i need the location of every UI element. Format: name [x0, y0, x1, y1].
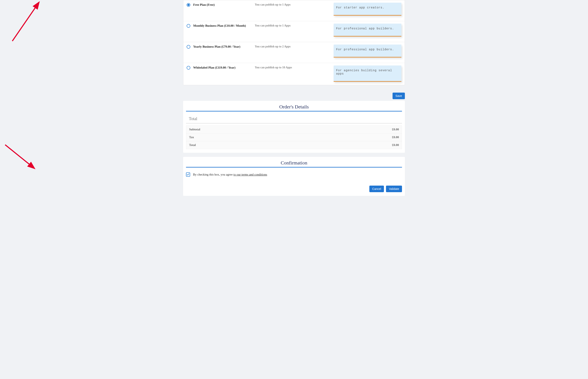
plan-radio[interactable] — [187, 66, 190, 70]
order-row-label: Tax — [189, 136, 194, 139]
order-table: Subtotal£0.00Tax£0.00Total£0.00 — [186, 126, 402, 149]
order-row: Total£0.00 — [186, 141, 402, 149]
confirm-text: By checking this box, you agree to our t… — [193, 173, 267, 176]
order-row: Tax£0.00 — [186, 133, 402, 141]
confirm-prefix: By checking this box, you agree — [193, 173, 233, 176]
plan-description: You can publish up to 1 Apps — [255, 24, 334, 27]
confirm-row: By checking this box, you agree to our t… — [183, 171, 405, 178]
validate-button[interactable]: Validate — [386, 186, 402, 192]
plan-radio[interactable] — [187, 45, 190, 49]
svg-line-0 — [12, 3, 39, 41]
order-row-value: £0.00 — [392, 143, 399, 147]
save-row: Save — [183, 89, 405, 101]
plan-note: For professional app builders. — [334, 45, 401, 58]
confirmation-title: Confirmation — [186, 159, 402, 168]
plan-note: For starter app creators. — [334, 3, 401, 16]
order-details-title: Order's Details — [186, 103, 402, 111]
plan-name: Free Plan (Free) — [193, 3, 255, 7]
order-details-section: Order's Details Total Subtotal£0.00Tax£0… — [183, 101, 405, 153]
plan-description: You can publish up to 10 Apps — [255, 66, 334, 69]
plan-radio[interactable] — [187, 24, 190, 28]
plan-note: For agencies building several apps — [334, 65, 401, 82]
check-icon — [187, 173, 189, 176]
total-heading: Total — [186, 115, 402, 123]
plan-radio[interactable] — [187, 3, 190, 7]
plans-card: Free Plan (Free)You can publish up to 1 … — [183, 0, 405, 85]
plan-name: Monthly Business Plan (£10.00 / Month) — [193, 24, 255, 28]
order-row: Subtotal£0.00 — [186, 126, 402, 133]
plan-description: You can publish up to 2 Apps — [255, 45, 334, 48]
save-button[interactable]: Save — [393, 93, 405, 99]
plan-name: Yearly Business Plan (£79.00 / Year) — [193, 45, 255, 48]
terms-checkbox[interactable] — [186, 173, 190, 176]
confirmation-section: Confirmation By checking this box, you a… — [183, 157, 405, 196]
plan-row: Yearly Business Plan (£79.00 / Year)You … — [183, 42, 405, 63]
annotation-arrow-1 — [8, 0, 45, 43]
order-row-value: £0.00 — [392, 128, 399, 131]
plan-row: Free Plan (Free)You can publish up to 1 … — [183, 0, 405, 21]
plan-note: For professional app builders. — [334, 24, 401, 36]
plan-row: Monthly Business Plan (£10.00 / Month)Yo… — [183, 21, 405, 42]
annotation-arrow-2 — [2, 142, 39, 179]
plan-name: Whitelabel Plan (£119.00 / Year) — [193, 66, 255, 69]
plan-row: Whitelabel Plan (£119.00 / Year)You can … — [183, 63, 405, 85]
order-row-label: Subtotal — [189, 128, 200, 131]
order-row-label: Total — [189, 143, 196, 147]
plan-description: You can publish up to 1 Apps — [255, 3, 334, 6]
cancel-button[interactable]: Cancel — [369, 186, 384, 192]
actions-row: Cancel Validate — [183, 178, 405, 192]
order-row-value: £0.00 — [392, 136, 399, 139]
terms-link[interactable]: to our terms and conditions — [233, 173, 267, 176]
svg-line-1 — [5, 145, 34, 168]
